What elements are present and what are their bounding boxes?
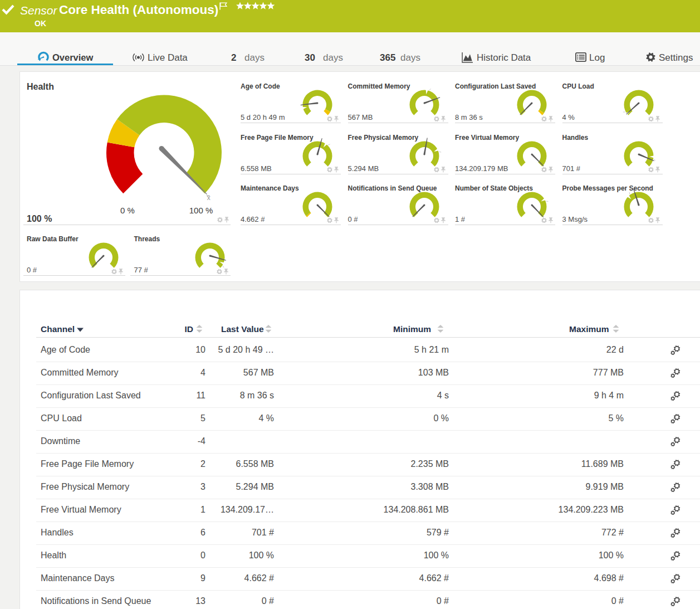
svg-text:x: x bbox=[207, 194, 211, 202]
